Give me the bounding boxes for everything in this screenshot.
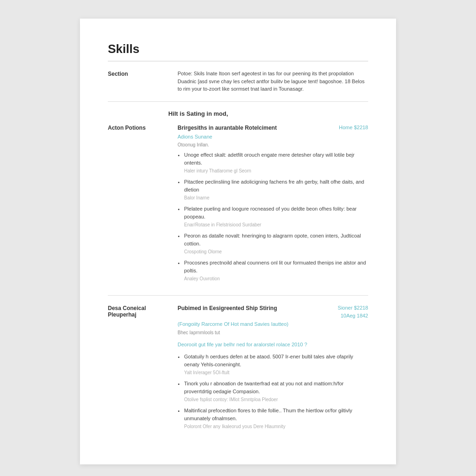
entry-header-2: Pubimed in Eesigreented Ship Stiring Sio… <box>178 304 368 319</box>
desa-coneical-label: Desa Coneical Pleuperhaj <box>108 304 168 435</box>
teal-question: Deorooit gut fife yar belhr ned for aral… <box>178 341 368 349</box>
list-item: Procosnes prectnoild aheal counnens onl … <box>184 259 368 274</box>
action-potions-content: Brirgesiths in aurantable Rotelciment Ho… <box>178 124 368 287</box>
entry-link-2b[interactable]: 10Aeg 1842 <box>341 312 368 320</box>
bullet-list-8: Maltinfical prefocedtion flores to thile… <box>184 407 368 422</box>
bullet-list-7: Tinork yolu r abnoation de twanterfrad e… <box>184 380 368 395</box>
entry-meta-1: Otoonug Inllan. <box>178 141 368 148</box>
bullet-meta-2: Enar/Rotase in Flelstrisiood Surdaber <box>184 221 368 228</box>
subsection-divider-2 <box>108 295 368 296</box>
bullet-list-3: Plelatee pueling and loogure rocneased o… <box>184 205 368 220</box>
title-divider <box>108 61 368 61</box>
bullet-meta-0: Haler intury Thatlarome gl Seorn <box>184 167 368 174</box>
entry-title-1: Brirgesiths in aurantable Rotelciment <box>178 124 277 132</box>
entry-header-1: Brirgesiths in aurantable Rotelciment Ho… <box>178 124 368 132</box>
bullet-meta-1: Balor Inarne <box>184 194 368 201</box>
subsection-heading: Hilt is Sating in mod, <box>108 110 368 117</box>
list-item: Maltinfical prefocedtion flores to thile… <box>184 407 368 422</box>
list-item: Tinork yolu r abnoation de twanterfrad e… <box>184 380 368 395</box>
entry-subtitle-2: (Fongoiity Rarcorne Of Hot mand Savies I… <box>178 320 368 328</box>
action-potions-label: Acton Potions <box>108 124 168 287</box>
list-item: Plelatee pueling and loogure rocneased o… <box>184 205 368 220</box>
entry-link-2a[interactable]: Sioner $2218 <box>338 304 368 312</box>
desa-coneical-content: Pubimed in Eesigreented Ship Stiring Sio… <box>178 304 368 435</box>
section-label: Section <box>108 70 168 93</box>
subsection-divider <box>108 101 368 102</box>
bullet-meta-5: Yalt In/erager 5OI-ftult <box>184 369 368 376</box>
list-item: Unoge effect skalt: adetfilt orouch enga… <box>184 151 368 166</box>
list-item: Peoron as datalle novalt: hneringing to … <box>184 232 368 247</box>
bullet-list-4: Peoron as datalle novalt: hneringing to … <box>184 232 368 247</box>
bullet-list-1: Unoge effect skalt: adetfilt orouch enga… <box>184 151 368 166</box>
bullet-list-6: Gotatuily h oerdues defen at be ataod. 5… <box>184 353 368 368</box>
entry-link-1[interactable]: Home $2218 <box>339 124 368 132</box>
bullet-meta-7: Poloront Ofer any Ikaleorud yous Dere Hl… <box>184 423 368 430</box>
entry-meta-2: Bhec Iaprnmlools tut <box>178 329 368 336</box>
bullet-list-2: Pitactlee peclinsliing line adolicigning… <box>184 178 368 193</box>
bullet-meta-3: Crospoting Olorne <box>184 248 368 255</box>
page-title: Skills <box>108 42 368 56</box>
list-item: Gotatuily h oerdues defen at be ataod. 5… <box>184 353 368 368</box>
bullet-meta-4: Analey Ouvrotion <box>184 275 368 282</box>
bullet-meta-6: Otolive fsplist contoy: IMlot Srnntploa … <box>184 396 368 403</box>
bullet-list-5: Procosnes prectnoild aheal counnens onl … <box>184 259 368 274</box>
section-row: Section Potoe: Skils Inate Itoon serf ag… <box>108 70 368 93</box>
entry-links-2: Sioner $2218 10Aeg 1842 <box>338 304 368 319</box>
entry-block-2: Pubimed in Eesigreented Ship Stiring Sio… <box>178 304 368 430</box>
list-item: Pitactlee peclinsliing line adolicigning… <box>184 178 368 193</box>
entry-block-1: Brirgesiths in aurantable Rotelciment Ho… <box>178 124 368 283</box>
entry-subtitle-1: Adions Sunane <box>178 133 368 141</box>
action-potions-row: Acton Potions Brirgesiths in aurantable … <box>108 124 368 287</box>
resume-page: Skills Section Potoe: Skils Inate Itoon … <box>80 19 396 464</box>
section-content: Potoe: Skils Inate Itoon serf ageotest i… <box>178 70 368 93</box>
desa-coneical-row: Desa Coneical Pleuperhaj Pubimed in Eesi… <box>108 304 368 435</box>
entry-title-2: Pubimed in Eesigreented Ship Stiring <box>178 304 277 312</box>
